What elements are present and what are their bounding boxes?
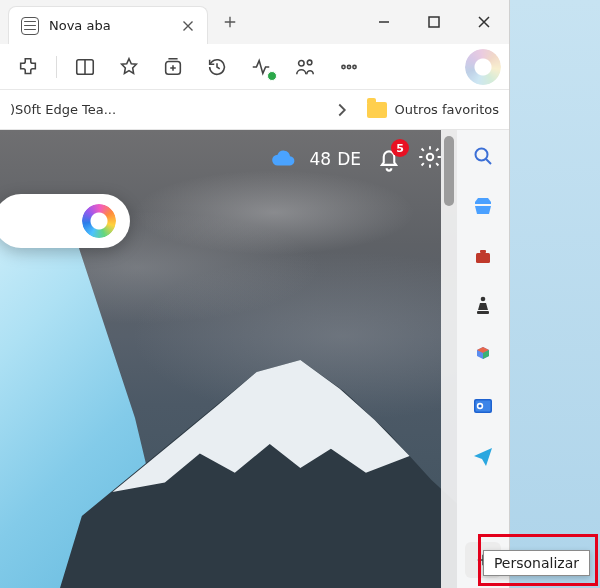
new-tab-button[interactable] [208, 0, 252, 44]
newtab-icon [21, 17, 39, 35]
svg-point-7 [353, 65, 356, 68]
collections-button[interactable] [153, 49, 193, 85]
sidebar-customize-button[interactable] [465, 542, 501, 578]
sidebar-search[interactable] [467, 140, 499, 172]
copilot-icon [82, 204, 116, 238]
svg-point-17 [478, 404, 481, 407]
ntp-widgets: 48 DE 5 [270, 144, 443, 174]
browser-window: Nova aba [0, 0, 510, 588]
favorites-overflow-chevron[interactable] [331, 99, 353, 121]
favorite-link-edge-team[interactable]: )S0ft Edge Tea... [10, 102, 116, 117]
toolbar-separator [56, 56, 57, 78]
performance-button[interactable] [241, 49, 281, 85]
family-button[interactable] [285, 49, 325, 85]
page-scrollbar[interactable] [441, 130, 457, 588]
sidebar-m365[interactable] [467, 340, 499, 372]
sidebar-outlook[interactable] [467, 390, 499, 422]
split-screen-button[interactable] [65, 49, 105, 85]
folder-icon [367, 102, 387, 118]
minimize-button[interactable] [359, 0, 409, 44]
copilot-button[interactable] [465, 49, 501, 85]
svg-rect-0 [429, 17, 439, 27]
scrollbar-thumb[interactable] [444, 136, 454, 206]
tab-title: Nova aba [49, 18, 169, 33]
ntp-settings-button[interactable] [417, 144, 443, 174]
new-tab-page: 48 DE 5 [0, 130, 457, 588]
svg-point-3 [299, 60, 305, 66]
search-box[interactable] [0, 194, 130, 248]
sidebar-games[interactable] [467, 290, 499, 322]
svg-point-8 [427, 154, 434, 161]
svg-point-6 [347, 65, 350, 68]
favorites-button[interactable] [109, 49, 149, 85]
weather-icon[interactable] [270, 146, 296, 172]
close-window-button[interactable] [459, 0, 509, 44]
svg-rect-10 [476, 253, 490, 263]
notifications-button[interactable]: 5 [375, 145, 403, 173]
notification-badge: 5 [391, 139, 409, 157]
sidebar-send[interactable] [467, 440, 499, 472]
maximize-button[interactable] [409, 0, 459, 44]
browser-tab[interactable]: Nova aba [8, 6, 208, 44]
title-bar: Nova aba [0, 0, 509, 44]
window-controls [359, 0, 509, 44]
weather-unit[interactable]: DE [337, 149, 361, 169]
history-button[interactable] [197, 49, 237, 85]
svg-rect-13 [477, 311, 489, 314]
other-favorites-folder[interactable]: Outros favoritos [367, 102, 499, 118]
favorites-bar: )S0ft Edge Tea... Outros favoritos [0, 90, 509, 130]
weather-temperature[interactable]: 48 [310, 149, 332, 169]
other-favorites-label: Outros favoritos [395, 102, 499, 117]
svg-point-9 [476, 149, 488, 161]
sidebar-tools[interactable] [467, 240, 499, 272]
sidebar-shopping[interactable] [467, 190, 499, 222]
more-button[interactable] [329, 49, 369, 85]
close-tab-icon[interactable] [179, 17, 197, 35]
status-ok-badge [267, 71, 277, 81]
svg-rect-11 [480, 250, 486, 253]
svg-point-5 [342, 65, 345, 68]
toolbar [0, 44, 509, 90]
svg-point-12 [481, 297, 486, 302]
extensions-button[interactable] [8, 49, 48, 85]
edge-sidebar [457, 130, 509, 588]
svg-point-4 [307, 60, 312, 65]
